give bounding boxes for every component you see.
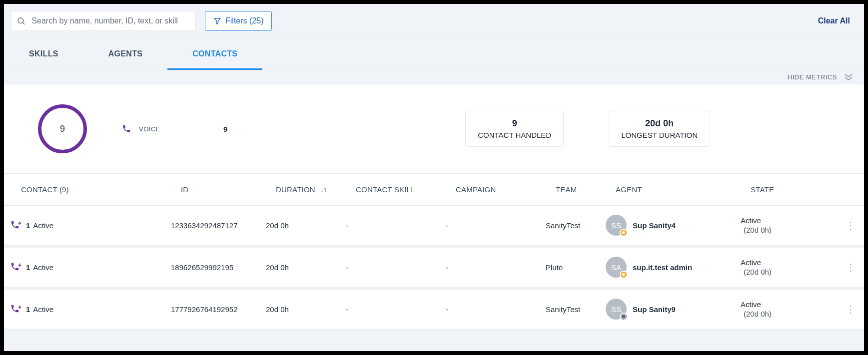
- avatar: SS: [606, 215, 627, 236]
- search-icon: [16, 16, 25, 26]
- tab-skills[interactable]: SKILLS: [4, 38, 83, 70]
- contact-cell: 1 Active: [11, 263, 171, 272]
- tabs: SKILLS AGENTS CONTACTS: [4, 38, 864, 70]
- tab-contacts[interactable]: CONTACTS: [167, 38, 262, 70]
- contact-count: 1: [26, 305, 30, 314]
- cell-id: 1777926764192952: [171, 305, 266, 314]
- contact-count: 1: [26, 263, 30, 272]
- ring-total: 9: [60, 124, 65, 134]
- contact-status: Active: [33, 221, 53, 230]
- cell-skill: -: [346, 221, 446, 230]
- contact-count: 1: [26, 221, 30, 230]
- svg-line-1: [23, 23, 24, 24]
- col-campaign[interactable]: CAMPAIGN: [456, 185, 556, 194]
- cell-duration: 20d 0h: [266, 305, 346, 314]
- filters-button[interactable]: Filters (25): [205, 11, 272, 31]
- phone-inbound-icon: [11, 305, 22, 314]
- col-state[interactable]: STATE: [751, 185, 836, 194]
- app-root: Filters (25) Clear All SKILLS AGENTS CON…: [4, 4, 864, 351]
- agent-name: sup.it.test admin: [633, 263, 692, 272]
- cell-state: Active (20d 0h): [741, 300, 826, 318]
- cell-team: Pluto: [546, 263, 606, 272]
- filters-label: Filters (25): [225, 16, 263, 25]
- metric-label: LONGEST DURATION: [621, 131, 698, 139]
- cell-campaign: -: [446, 263, 546, 272]
- table-row[interactable]: 1 Active 189626529992195 20d 0h - - Plut…: [4, 248, 864, 290]
- metric-value: 20d 0h: [621, 118, 698, 129]
- search-box[interactable]: [11, 11, 196, 31]
- metric-contact-handled: 9 CONTACT HANDLED: [465, 111, 564, 147]
- metric-value: 9: [478, 118, 551, 129]
- agent-name: Sup Sanity9: [633, 305, 676, 314]
- row-menu-button[interactable]: ⋮: [826, 307, 856, 312]
- presence-indicator: [620, 229, 628, 237]
- avatar: SS: [606, 299, 627, 320]
- cell-team: SanityTest: [546, 305, 606, 314]
- cell-team: SanityTest: [546, 221, 606, 230]
- col-team[interactable]: TEAM: [556, 185, 616, 194]
- filter-icon: [213, 17, 221, 25]
- cell-id: 1233634292487127: [171, 221, 266, 230]
- phone-icon: [122, 124, 131, 133]
- table-body: 1 Active 1233634292487127 20d 0h - - San…: [4, 206, 864, 332]
- tab-agents[interactable]: AGENTS: [83, 38, 167, 70]
- col-agent[interactable]: AGENT: [616, 185, 751, 194]
- cell-duration: 20d 0h: [266, 263, 346, 272]
- voice-count: 9: [223, 125, 227, 133]
- contact-cell: 1 Active: [11, 305, 171, 314]
- cell-id: 189626529992195: [171, 263, 266, 272]
- col-skill[interactable]: CONTACT SKILL: [356, 185, 456, 194]
- avatar: SA: [606, 257, 627, 278]
- metric-longest-duration: 20d 0h LONGEST DURATION: [609, 111, 710, 147]
- col-id[interactable]: ID: [181, 185, 276, 194]
- presence-indicator: [620, 313, 628, 321]
- metric-cards: 9 CONTACT HANDLED 20d 0h LONGEST DURATIO…: [465, 111, 710, 147]
- agent-name: Sup Sanity4: [633, 221, 676, 230]
- table-row[interactable]: 1 Active 1233634292487127 20d 0h - - San…: [4, 206, 864, 248]
- chevron-down-icon: [844, 74, 853, 81]
- contact-status: Active: [33, 263, 53, 272]
- cell-state: Active (20d 0h): [741, 216, 826, 234]
- voice-group: VOICE 9: [122, 124, 227, 133]
- metrics-panel: 9 VOICE 9 9 CONTACT HANDLED 20d 0h LONGE…: [4, 84, 864, 174]
- cell-campaign: -: [446, 305, 546, 314]
- sort-indicator: ↓1: [320, 187, 327, 194]
- cell-skill: -: [346, 305, 446, 314]
- table-header: CONTACT (9) ID DURATION ↓1 CONTACT SKILL…: [4, 174, 864, 206]
- hide-metrics-toggle[interactable]: HIDE METRICS: [4, 70, 864, 84]
- presence-indicator: [620, 271, 628, 279]
- svg-marker-2: [214, 18, 220, 24]
- cell-agent: SS Sup Sanity4: [606, 215, 741, 236]
- voice-label: VOICE: [139, 125, 160, 133]
- search-input[interactable]: [30, 16, 190, 26]
- contact-cell: 1 Active: [11, 221, 171, 230]
- col-duration[interactable]: DURATION ↓1: [276, 185, 356, 194]
- contact-status: Active: [33, 305, 53, 314]
- cell-state: Active (20d 0h): [741, 258, 826, 276]
- clear-all-link[interactable]: Clear All: [818, 16, 850, 25]
- metric-label: CONTACT HANDLED: [478, 131, 551, 139]
- hide-metrics-label: HIDE METRICS: [788, 73, 837, 81]
- topbar: Filters (25) Clear All: [4, 4, 864, 38]
- cell-agent: SA sup.it.test admin: [606, 257, 741, 278]
- row-menu-button[interactable]: ⋮: [826, 223, 856, 228]
- phone-inbound-icon: [11, 263, 22, 272]
- table-row[interactable]: 1 Active 1777926764192952 20d 0h - - San…: [4, 290, 864, 332]
- svg-point-0: [18, 18, 23, 23]
- cell-duration: 20d 0h: [266, 221, 346, 230]
- col-contact[interactable]: CONTACT (9): [21, 185, 181, 194]
- cell-skill: -: [346, 263, 446, 272]
- cell-campaign: -: [446, 221, 546, 230]
- cell-agent: SS Sup Sanity9: [606, 299, 741, 320]
- phone-inbound-icon: [11, 221, 22, 230]
- row-menu-button[interactable]: ⋮: [826, 265, 856, 270]
- total-ring: 9: [38, 104, 87, 153]
